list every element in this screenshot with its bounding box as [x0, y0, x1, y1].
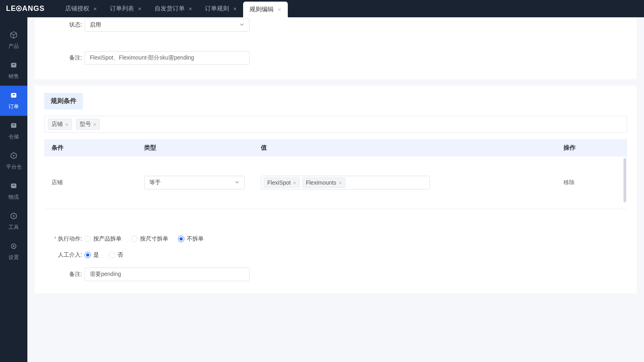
tab-0[interactable]: 店铺授权× — [59, 0, 103, 17]
cond-value-cell: FlexiSpot×Fleximounts× — [261, 176, 564, 189]
close-icon[interactable]: × — [339, 180, 342, 186]
logo-prefix: LE — [6, 4, 16, 12]
value-tag-label: Fleximounts — [306, 179, 336, 186]
svg-rect-4 — [11, 123, 16, 128]
sidebar-label: 产品 — [8, 43, 19, 50]
value-tags-input[interactable]: FlexiSpot×Fleximounts× — [261, 176, 430, 189]
sidebar-label: 设置 — [8, 254, 19, 261]
manual-label: 人工介入: — [44, 251, 85, 259]
col-header-cond: 条件 — [52, 144, 144, 152]
sidebar-label: 仓储 — [8, 133, 19, 140]
tab-label: 店铺授权 — [65, 5, 89, 12]
rule-panel: 规则条件 店铺×型号× 条件 类型 值 操作 店铺等于FlexiSpot×Fle… — [35, 86, 637, 293]
tab-2[interactable]: 自发货订单× — [148, 0, 199, 17]
radio-label: 是 — [93, 251, 99, 259]
logo-o-icon — [16, 6, 22, 11]
manual-row: 人工介入: 是否 — [44, 251, 627, 259]
manual-radio-1[interactable]: 否 — [109, 251, 123, 259]
close-icon[interactable]: × — [93, 121, 97, 128]
scrollbar-thumb[interactable] — [623, 158, 626, 202]
filter-tag[interactable]: 店铺× — [48, 119, 72, 130]
radio-icon — [131, 236, 138, 242]
close-icon[interactable]: × — [233, 5, 237, 12]
radio-label: 否 — [118, 251, 123, 259]
filter-tag-row[interactable]: 店铺×型号× — [44, 116, 627, 133]
hex-icon — [10, 152, 18, 161]
conditions-table: 条件 类型 值 操作 店铺等于FlexiSpot×Fleximounts×移除 — [44, 139, 627, 225]
remove-link[interactable]: 移除 — [564, 179, 575, 185]
radio-label: 不拆单 — [187, 235, 204, 243]
cube-icon — [10, 31, 18, 40]
manual-radio-0[interactable]: 是 — [85, 251, 99, 259]
status-select[interactable]: 启用 — [85, 18, 250, 32]
box-icon — [10, 61, 18, 70]
value-tag[interactable]: Fleximounts× — [302, 177, 345, 188]
chevron-down-icon — [239, 22, 244, 28]
remark-label-top: 备注: — [44, 54, 85, 62]
cond-name: 店铺 — [52, 179, 144, 186]
content-area: 状态: 启用 备注: 规则条件 店铺×型号× 条件 类型 — [27, 17, 644, 362]
close-icon[interactable]: × — [93, 5, 97, 12]
sidebar-label: 销售 — [8, 73, 19, 80]
close-icon[interactable]: × — [65, 121, 68, 128]
gear-icon — [10, 242, 18, 251]
status-label: 状态: — [44, 21, 85, 29]
svg-rect-2 — [11, 93, 16, 98]
top-form-panel: 状态: 启用 备注: — [35, 17, 637, 79]
logo-suffix: ANGS — [22, 4, 45, 12]
close-icon[interactable]: × — [189, 5, 192, 12]
radio-label: 按产品拆单 — [93, 235, 122, 243]
value-tag[interactable]: FlexiSpot× — [264, 177, 300, 188]
svg-point-11 — [13, 245, 14, 247]
tab-label: 订单列表 — [110, 5, 134, 12]
radio-icon — [85, 236, 91, 242]
radio-icon — [85, 252, 91, 258]
remark-row-bottom: 备注: — [44, 267, 627, 281]
tab-1[interactable]: 订单列表× — [103, 0, 148, 17]
remark-input-top[interactable] — [85, 51, 250, 65]
sidebar-label: 订单 — [8, 103, 19, 110]
remark-input-bottom[interactable] — [85, 267, 250, 281]
conditions-header: 条件 类型 值 操作 — [44, 139, 627, 156]
action-radio-2[interactable]: 不拆单 — [178, 235, 204, 243]
sidebar-item-7[interactable]: 设置 — [0, 237, 27, 267]
close-icon[interactable]: × — [293, 180, 296, 186]
sidebar-item-6[interactable]: 工具 — [0, 206, 27, 237]
sidebar-item-0[interactable]: 产品 — [0, 25, 27, 56]
box-icon — [10, 91, 18, 101]
svg-rect-5 — [13, 125, 15, 125]
logo: LEANGS — [6, 4, 45, 13]
filter-tag-label: 型号 — [80, 121, 91, 128]
svg-rect-8 — [13, 185, 15, 186]
close-icon[interactable]: × — [138, 5, 142, 12]
filter-tag[interactable]: 型号× — [76, 119, 100, 130]
filter-tag-label: 店铺 — [52, 121, 63, 128]
exec-action-label: *执行动作: — [44, 235, 85, 243]
tab-4[interactable]: 规则编辑× — [243, 2, 288, 17]
sidebar-item-5[interactable]: 物流 — [0, 176, 27, 206]
manual-radios: 是否 — [85, 251, 123, 259]
col-header-value: 值 — [261, 144, 564, 152]
sidebar-item-4[interactable]: 平台仓 — [0, 146, 27, 176]
type-value: 等于 — [149, 179, 161, 186]
type-select[interactable]: 等于 — [144, 176, 245, 189]
sidebar-label: 平台仓 — [6, 163, 22, 171]
radio-icon — [109, 252, 115, 258]
status-value: 启用 — [90, 21, 101, 29]
sidebar-label: 物流 — [8, 193, 19, 201]
action-radio-1[interactable]: 按尺寸拆单 — [131, 235, 168, 243]
col-header-action: 操作 — [564, 144, 620, 152]
action-radio-0[interactable]: 按产品拆单 — [85, 235, 122, 243]
remark-label-bottom: 备注: — [44, 271, 85, 278]
tab-label: 订单规则 — [205, 5, 229, 12]
condition-row: 店铺等于FlexiSpot×Fleximounts×移除 — [44, 156, 627, 209]
sidebar-item-2[interactable]: 订单 — [0, 86, 27, 116]
sidebar-item-3[interactable]: 仓储 — [0, 116, 27, 146]
remark-row-top: 备注: — [44, 51, 627, 65]
box-icon — [10, 182, 18, 191]
bottom-form: *执行动作: 按产品拆单按尺寸拆单不拆单 人工介入: 是否 备注: — [44, 235, 627, 281]
close-icon[interactable]: × — [278, 6, 281, 13]
sidebar-item-1[interactable]: 销售 — [0, 56, 27, 86]
col-header-type: 类型 — [144, 144, 261, 152]
tab-3[interactable]: 订单规则× — [198, 0, 243, 17]
